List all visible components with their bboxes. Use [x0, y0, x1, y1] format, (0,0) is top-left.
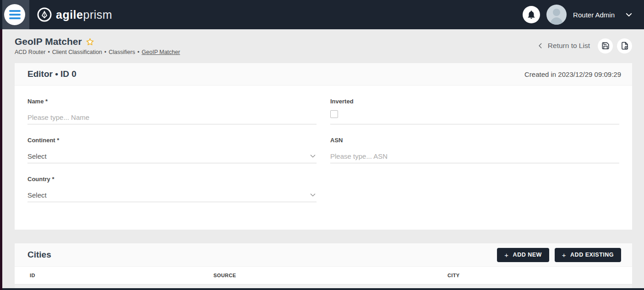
chevron-down-icon	[625, 11, 633, 19]
plus-icon: +	[504, 251, 508, 259]
cities-table-header-row: ID SOURCE CITY	[15, 267, 632, 284]
bottom-edge-bar	[0, 288, 644, 290]
user-avatar[interactable]	[546, 5, 567, 25]
brand-logo: agileprism	[37, 7, 112, 22]
inverted-label: Inverted	[330, 98, 619, 105]
add-existing-button[interactable]: + ADD EXISTING	[555, 248, 621, 262]
name-label: Name *	[27, 98, 317, 105]
asn-input[interactable]	[330, 149, 619, 163]
continent-select[interactable]: Select	[27, 149, 317, 163]
editor-form: Name * Inverted Continent * Select ASN	[15, 86, 632, 230]
cities-card-header: Cities + ADD NEW + ADD EXISTING	[15, 243, 632, 267]
cities-title: Cities	[27, 250, 51, 260]
menu-toggle-button[interactable]	[0, 0, 29, 29]
hamburger-icon	[4, 4, 25, 25]
breadcrumb-item: Client Classification	[52, 49, 102, 55]
country-label: Country *	[27, 176, 317, 183]
chevron-down-icon	[309, 152, 317, 160]
collapsed-sidebar-edge	[0, 0, 2, 290]
breadcrumb: ACD Router•Client Classification•Classif…	[15, 49, 180, 55]
save-icon	[601, 42, 610, 50]
editor-card: Editor • ID 0 Created in 2023/12/29 09:0…	[15, 63, 632, 230]
inverted-checkbox[interactable]	[330, 110, 338, 118]
cities-card: Cities + ADD NEW + ADD EXISTING ID SOURC…	[15, 243, 632, 290]
agileprism-logo-icon	[37, 7, 52, 22]
asn-field: ASN	[330, 137, 619, 163]
chevron-down-icon	[309, 191, 317, 199]
favorite-star-icon[interactable]	[86, 38, 94, 46]
country-field: Country * Select	[27, 176, 317, 202]
continent-label: Continent *	[27, 137, 317, 144]
created-timestamp: Created in 2023/12/29 09:09:29	[524, 70, 621, 78]
save-and-new-button[interactable]	[617, 38, 632, 54]
continent-field: Continent * Select	[27, 137, 317, 163]
page-header: GeoIP Matcher ACD Router•Client Classifi…	[0, 29, 644, 55]
bell-icon	[526, 10, 536, 20]
country-select-value: Select	[27, 191, 47, 199]
save-button[interactable]	[598, 38, 613, 54]
name-input[interactable]	[27, 110, 317, 124]
user-menu[interactable]: Router Admin	[573, 11, 633, 19]
breadcrumb-current-link[interactable]: GeoIP Matcher	[142, 49, 180, 55]
file-plus-icon	[621, 42, 629, 50]
column-header-city: CITY	[448, 267, 632, 284]
column-header-id: ID	[15, 267, 213, 284]
asn-label: ASN	[330, 137, 619, 144]
add-new-button[interactable]: + ADD NEW	[497, 248, 549, 262]
editor-card-header: Editor • ID 0 Created in 2023/12/29 09:0…	[15, 63, 632, 86]
return-to-list-link[interactable]: Return to List	[537, 42, 590, 50]
plus-icon: +	[562, 251, 566, 259]
breadcrumb-item: Classifiers	[109, 49, 135, 55]
breadcrumb-item: ACD Router	[15, 49, 45, 55]
chevron-left-icon	[537, 43, 544, 49]
notifications-button[interactable]	[523, 6, 540, 23]
name-field: Name *	[27, 98, 317, 124]
page-title: GeoIP Matcher	[15, 36, 82, 47]
inverted-field: Inverted	[330, 98, 619, 124]
editor-title: Editor • ID 0	[27, 69, 76, 79]
user-name: Router Admin	[573, 11, 615, 19]
country-select[interactable]: Select	[27, 188, 317, 202]
continent-select-value: Select	[27, 152, 47, 160]
top-navbar: agileprism Router Admin	[0, 0, 644, 29]
cities-table: ID SOURCE CITY No data available in tabl…	[15, 267, 632, 290]
brand-text: agileprism	[56, 8, 112, 21]
column-header-source: SOURCE	[213, 267, 448, 284]
